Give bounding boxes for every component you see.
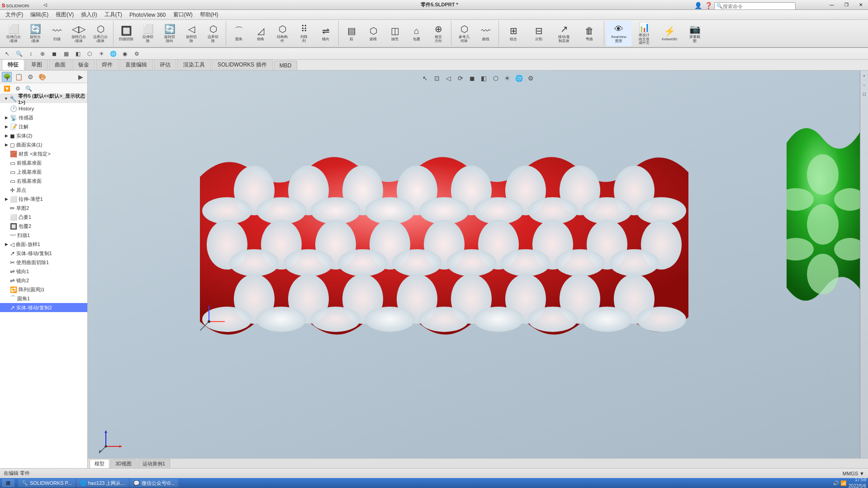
help-icon[interactable]: ❓ [705,2,712,9]
vp-zoom-fit-btn[interactable]: ⊡ [432,73,442,84]
menu-help[interactable]: 帮助(H) [196,10,222,20]
tb-realview-btn[interactable]: 👁 RealView图形 [606,21,631,46]
vp-hide-show-btn[interactable]: ◧ [479,73,489,84]
tb-intersect-btn[interactable]: ⊕ 相交方向 [427,21,449,46]
tree-item-mirror2[interactable]: ⇌ 镜向2 [0,276,87,285]
tb-instant3d-btn[interactable]: ⚡ Instant3D [657,21,682,46]
tree-item-sensor[interactable]: ▶ 📡 传感器 [0,113,87,122]
tab-feature[interactable]: 特征 [2,59,24,70]
panel-expand-btn[interactable]: ▶ [76,72,85,82]
filter-settings-btn[interactable]: ⚙ [13,84,23,94]
start-button[interactable]: ⊞ [2,479,14,487]
tb-mirror-btn[interactable]: ⇌ 镜向 [315,21,337,46]
tb-boundary-btn[interactable]: ⬡ 边界凸台/基体 [90,21,111,46]
tab-sketch[interactable]: 草图 [25,59,48,70]
tab-direct-edit[interactable]: 直接编辑 [119,59,153,70]
tb-scan-cut-btn[interactable]: 🔲 扫描切除 [115,21,137,46]
filter-search-btn[interactable]: 🔍 [24,84,33,94]
tree-item-top[interactable]: ▭ 上视基准面 [0,167,87,176]
taskbar-solidworks-btn[interactable]: 🔧 SOLIDWORKS P... [18,479,76,487]
tb-extrude-cut-btn[interactable]: ⬜ 拉伸切除 [137,21,159,46]
tree-item-move-copy2[interactable]: ↗ 实体-移动/复制2 [0,303,87,312]
tree-item-history[interactable]: 🕐 History [0,104,87,113]
tab-sheetmetal[interactable]: 钣金 [72,59,95,70]
menu-edit[interactable]: 编辑(E) [27,10,52,20]
vp-side-zoom-out[interactable]: − [861,81,868,89]
tb-structure-btn[interactable]: ⬡ 结构构件 [271,21,293,46]
tree-item-sweep1[interactable]: 〰 扫描1 [0,231,87,240]
model-tab-model[interactable]: 模型 [90,459,109,468]
vp-display-mode-btn[interactable]: ◼ [467,73,478,84]
tb2-appearance-btn[interactable]: ▦ [61,48,71,59]
tab-surface[interactable]: 曲面 [49,59,71,70]
tb-lofted-btn[interactable]: ◁▷ 放样凸台/基体 [68,21,90,46]
vp-side-zoom-in[interactable]: + [861,72,868,80]
panel-property-btn[interactable]: 📋 [14,72,24,82]
nav-back-btn[interactable]: ◁ [38,0,52,10]
tb2-orient-btn[interactable]: ↖ [2,48,13,59]
tree-item-mirror1[interactable]: ⇌ 镜向1 [0,267,87,276]
tab-evaluate[interactable]: 评估 [154,59,176,70]
vp-side-fit[interactable]: ◻ [861,90,868,98]
tree-item-wrap2[interactable]: 🔲 包覆2 [0,222,87,231]
minimize-btn[interactable]: — [825,0,839,10]
close-btn[interactable]: ✕ [854,0,868,10]
user-icon[interactable]: 👤 [694,2,702,9]
tb2-zoom-btn[interactable]: 🔍 [14,48,24,59]
model-tab-motion[interactable]: 运动算例1 [138,459,170,468]
tree-item-surface1[interactable]: ▶ ◻ 曲面实体(1) [0,140,87,149]
vp-orient-btn[interactable]: ↖ [420,73,431,84]
tb2-select-btn[interactable]: ↕ [25,48,36,59]
tree-item-solid2[interactable]: ▶ ◼ 实体(2) [0,131,87,140]
tb-swept-btn[interactable]: 〰 扫描 [46,21,68,46]
vp-scene-btn[interactable]: 🌐 [514,73,525,84]
menu-file[interactable]: 文件(F) [2,10,27,20]
vp-rotate-btn[interactable]: ⟳ [455,73,466,84]
panel-config-btn[interactable]: ⚙ [25,72,35,82]
tree-item-circular-pattern[interactable]: 🔁 阵列(圆周)1 [0,285,87,294]
tb-design-study-btn[interactable]: 📊 将设计由文改成中文 [631,21,657,46]
tb-fillet-btn[interactable]: ⌒ 圆角 [228,21,250,46]
tb2-scene-btn[interactable]: 🌐 [108,48,119,59]
tb-ref-geom-btn[interactable]: ⬡ 参考几何体 [453,21,475,46]
filter-icon-btn[interactable]: 🔽 [2,84,12,94]
tab-sw-addins[interactable]: SOLIDWORKS 插件 [212,59,273,70]
tab-render-tools[interactable]: 渲染工具 [177,59,211,70]
search-box[interactable]: 🔍 [714,2,796,10]
tree-item-move-copy1[interactable]: ↗ 实体-移动/复制1 [0,249,87,258]
tb-rib-btn[interactable]: ▤ 筋 [341,21,362,46]
tb2-render-btn[interactable]: ◼ [49,48,60,59]
tree-item-surface-loft[interactable]: ▶ ◁ 曲面-放样1 [0,240,87,249]
panel-feature-tree-btn[interactable]: 🌳 [2,72,12,82]
units-text[interactable]: MMGS ▼ [843,471,864,476]
menu-insert[interactable]: 插入(I) [77,10,100,20]
vp-section-view-btn[interactable]: ⬡ [490,73,501,84]
tree-root[interactable]: ▼ 🔧 零件5 (默认<<默认>_显示状态 1>) [0,94,87,103]
menu-view[interactable]: 视图(V) [52,10,77,20]
tree-item-origin[interactable]: ✛ 原点 [0,185,87,194]
tree-item-right[interactable]: ▭ 右视基准面 [0,176,87,185]
main-viewport[interactable]: ↖ ⊡ ◁ ⟳ ◼ ◧ ⬡ ☀ 🌐 ⚙ [88,71,868,478]
tb2-ambient-btn[interactable]: ◉ [119,48,130,59]
tb-curves-btn[interactable]: 〰 曲线 [475,21,497,46]
tb-wrap-btn[interactable]: ⌂ 包覆 [406,21,427,46]
tb-boundary-cut-btn[interactable]: ⬡ 边界切除 [202,21,224,46]
menu-tools[interactable]: 工具(T) [101,10,126,20]
tab-weldment[interactable]: 焊件 [96,59,119,70]
tb2-rotate-btn[interactable]: ⊕ [37,48,48,59]
tb-revolve-btn[interactable]: 🔄 旋转台/基体 [24,21,46,46]
tb-draft-btn[interactable]: ⬡ 拔模 [362,21,384,46]
menu-window[interactable]: 窗口(W) [170,10,196,20]
tb-split-btn[interactable]: ⊟ 分割 [526,21,551,46]
tb-loft-cut-btn[interactable]: ◁ 放样切除 [180,21,202,46]
tree-item-fillet1[interactable]: ⌒ 圆角1 [0,294,87,303]
panel-display-btn[interactable]: 🎨 [37,72,47,82]
tb-delete-body-btn[interactable]: 🗑 弯曲 [577,21,602,46]
search-input[interactable] [723,4,791,9]
model-tab-3dview[interactable]: 3D视图 [110,459,137,468]
taskbar-hao123-btn[interactable]: 🌐 hao123 上网从... [76,479,129,487]
tb2-section-btn[interactable]: ◧ [72,48,83,59]
taskbar-wechat-btn[interactable]: 💬 微信公众号\0... [130,479,178,487]
tb-shell-btn[interactable]: ◫ 抽壳 [384,21,406,46]
tb2-light-btn[interactable]: ☀ [96,48,107,59]
